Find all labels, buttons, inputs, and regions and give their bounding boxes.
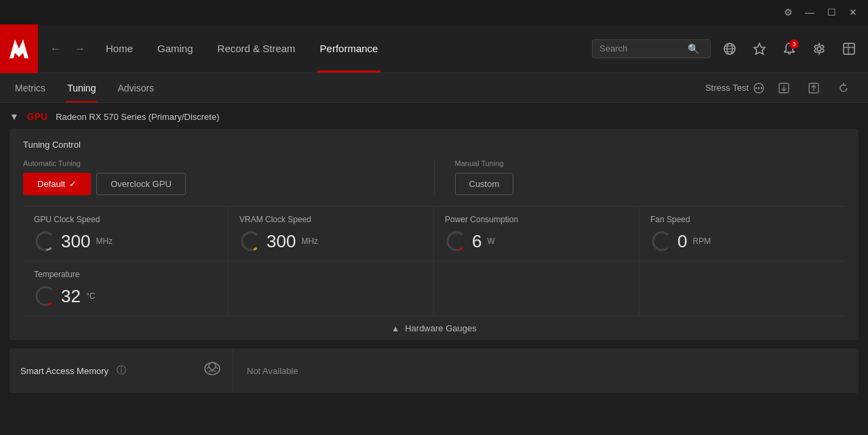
nav-gaming[interactable]: Gaming [155,24,196,72]
settings-title-btn[interactable]: ⚙ [778,3,797,22]
gpu-name: Radeon RX 570 Series (Primary/Discrete) [56,112,219,122]
tuning-card-title: Tuning Control [23,140,845,150]
svg-point-7 [817,47,821,51]
temperature-value-row: 32 °C [34,285,217,308]
close-btn[interactable]: ✕ [844,3,863,22]
gpu-clock-value-row: 300 MHz [34,230,217,253]
title-bar-controls: ⚙ — ☐ ✕ [778,3,863,22]
export-icon [808,82,820,94]
fan-cell: Fan Speed 0 RPM [639,207,845,261]
tab-advisors[interactable]: Advisors [116,73,155,102]
language-btn[interactable] [719,38,741,60]
tab-tuning[interactable]: Tuning [66,73,97,102]
brain-icon-svg [203,359,222,378]
fan-value-row: 0 RPM [650,230,834,253]
empty-cell-3 [434,262,639,316]
sam-label: Smart Access Memory [20,366,108,376]
svg-point-23 [448,232,465,250]
vram-clock-gauge [239,230,262,253]
sub-nav: Metrics Tuning Advisors Stress Test [0,73,868,103]
export-in-btn[interactable] [773,77,795,99]
power-unit: W [487,236,494,246]
default-btn-label: Default [37,179,65,189]
sam-left: Smart Access Memory ⓘ [9,348,233,393]
sub-nav-left: Metrics Tuning Advisors [14,73,155,102]
notification-badge: 3 [789,39,799,49]
tuning-options: Automatic Tuning Default ✓ Overclock GPU… [23,159,845,195]
search-icon: 🔍 [688,43,699,54]
temperature-value: 32 [61,286,81,307]
content-area: ▼ GPU Radeon RX 570 Series (Primary/Disc… [0,103,868,435]
export-out-btn[interactable] [803,77,825,99]
svg-marker-0 [9,39,28,58]
manual-tuning-section: Manual Tuning Custom [455,159,846,195]
gear-icon [812,42,826,56]
power-cell: Power Consumption 6 W [434,207,639,261]
svg-point-26 [37,287,54,305]
profile-btn[interactable] [838,38,860,60]
reset-btn[interactable] [833,77,854,99]
tuning-card: Tuning Control Automatic Tuning Default … [9,129,859,340]
metrics-grid-row2: Temperature 32 °C [23,261,845,316]
temperature-cell: Temperature 32 °C [23,262,229,316]
title-bar: ⚙ — ☐ ✕ [0,0,868,24]
empty-cell-4 [639,262,845,316]
svg-marker-6 [754,43,765,54]
hardware-gauges-bar[interactable]: ▲ Hardware Gauges [23,316,845,340]
hardware-gauges-label: Hardware Gauges [405,323,477,333]
gpu-clock-cell: GPU Clock Speed 300 MHz [23,207,229,261]
stress-test-icon [753,82,765,94]
globe-icon [723,42,736,56]
gpu-collapse-chevron[interactable]: ▼ [9,111,19,122]
nav-home[interactable]: Home [103,24,136,72]
hardware-gauges-chevron: ▲ [391,324,399,333]
metrics-grid-row1: GPU Clock Speed 300 MHz VRAM Clock Speed [23,206,845,261]
power-value-row: 6 W [445,230,628,253]
empty-cell-2 [229,262,434,316]
import-icon [778,82,790,94]
default-tuning-btn[interactable]: Default ✓ [23,173,91,195]
overclock-tuning-btn[interactable]: Overclock GPU [96,173,186,195]
fan-gauge [650,230,673,253]
minimize-btn[interactable]: — [800,3,819,22]
svg-point-12 [755,87,757,89]
tuning-divider [434,159,435,195]
fan-value: 0 [677,231,687,252]
nav-bar: ← → Home Gaming Record & Stream Performa… [0,24,868,73]
nav-record-stream[interactable]: Record & Stream [215,24,298,72]
favorites-btn[interactable] [749,38,770,60]
tuning-buttons: Default ✓ Overclock GPU [23,173,414,195]
nav-performance[interactable]: Performance [317,24,381,72]
search-box[interactable]: 🔍 [592,39,711,58]
sam-help-icon[interactable]: ⓘ [117,365,126,377]
fan-label: Fan Speed [650,215,834,224]
overclock-btn-label: Overclock GPU [111,179,172,189]
fan-unit: RPM [692,236,711,246]
custom-btn-label: Custom [469,179,500,189]
svg-point-25 [653,232,671,250]
nav-right: 🔍 3 [592,38,860,60]
tab-metrics[interactable]: Metrics [14,73,47,102]
vram-clock-value: 300 [267,231,296,252]
temperature-label: Temperature [34,270,217,279]
custom-tuning-btn[interactable]: Custom [455,173,514,195]
search-input[interactable] [599,43,688,54]
forward-btn[interactable]: → [71,40,90,58]
amd-logo[interactable] [0,24,38,73]
gpu-section-header: ▼ GPU Radeon RX 570 Series (Primary/Disc… [9,103,859,129]
notifications-btn[interactable]: 3 [778,38,800,60]
power-gauge [445,230,468,253]
sam-status: Not Available [247,366,298,376]
settings-btn[interactable] [808,38,830,60]
back-btn[interactable]: ← [46,40,65,58]
star-icon [753,42,766,56]
sam-right: Not Available [233,348,312,393]
sam-section: Smart Access Memory ⓘ Not Available [9,348,859,393]
vram-clock-cell: VRAM Clock Speed 300 MHz [229,207,434,261]
sam-brain-icon [203,359,222,382]
vram-clock-label: VRAM Clock Speed [239,215,422,224]
maximize-btn[interactable]: ☐ [822,3,841,22]
stress-test-btn[interactable]: Stress Test [705,82,765,94]
nav-links: Home Gaming Record & Stream Performance [103,24,380,72]
gpu-label: GPU [27,111,47,122]
